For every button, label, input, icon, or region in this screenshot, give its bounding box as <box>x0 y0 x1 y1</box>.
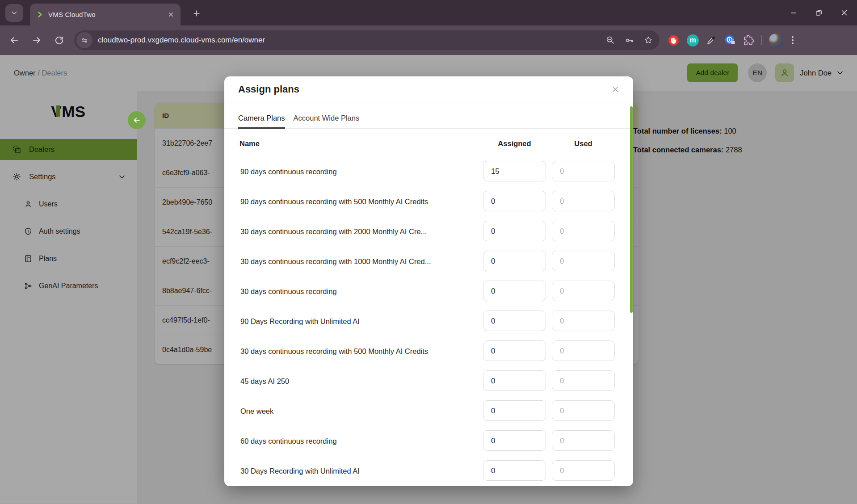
tab-camera-plans[interactable]: Camera Plans <box>238 114 285 128</box>
url-actions <box>605 35 653 46</box>
password-manager-icon[interactable] <box>724 34 736 46</box>
used-input <box>552 281 615 301</box>
close-window-button[interactable] <box>832 0 857 25</box>
browser-tabstrip: VMS CloudTwo <box>0 0 857 25</box>
used-input <box>552 221 615 241</box>
assigned-input[interactable] <box>483 460 546 481</box>
modal-scrollbar[interactable] <box>630 106 633 313</box>
plan-row: 30 days continuous recording with 1000 M… <box>224 246 633 276</box>
tab-title: VMS CloudTwo <box>48 11 167 18</box>
tab-close-button[interactable] <box>167 10 175 19</box>
site-favicon-icon <box>36 11 44 18</box>
browser-tab[interactable]: VMS CloudTwo <box>30 4 181 25</box>
plan-row: One week <box>224 396 633 426</box>
plan-name: 30 Days Recording with Unlimited AI <box>240 466 360 475</box>
plan-row: 30 days continuous recording with 500 Mo… <box>224 336 633 366</box>
tab-account-wide-plans[interactable]: Account Wide Plans <box>294 114 360 128</box>
used-input <box>552 340 615 361</box>
used-input <box>552 460 615 481</box>
extension-m-icon[interactable]: m <box>687 34 699 46</box>
adblock-hand-icon[interactable] <box>668 34 680 46</box>
plan-row: 90 Days Recording with Unlimited AI <box>224 306 633 336</box>
plan-row: 30 days continuous recording <box>224 276 633 306</box>
plan-name: 45 days AI 250 <box>240 377 289 385</box>
restore-button[interactable] <box>806 0 832 25</box>
plan-name: 90 days continuous recording with 500 Mo… <box>240 197 428 206</box>
arrow-left-icon <box>132 116 141 125</box>
zoom-out-icon[interactable] <box>605 35 615 45</box>
used-input <box>552 191 615 211</box>
browser-toolbar: cloudtwo-prod.vxgdemo.cloud-vms.com/en/o… <box>0 25 857 55</box>
used-input <box>552 400 615 421</box>
assigned-input[interactable] <box>483 251 546 271</box>
plan-name: 30 days continuous recording with 500 Mo… <box>240 347 428 355</box>
plan-row: 30 Days Recording with Unlimited AI <box>224 456 633 486</box>
assigned-input[interactable] <box>483 430 546 451</box>
minimize-button[interactable] <box>781 0 806 25</box>
extensions-puzzle-icon[interactable] <box>744 35 754 46</box>
assigned-input[interactable] <box>483 221 546 241</box>
column-assigned: Assigned <box>483 139 546 148</box>
assigned-input[interactable] <box>483 191 546 211</box>
plan-row: 60 days continuous recording <box>224 426 633 456</box>
column-used: Used <box>552 139 615 148</box>
url-bar[interactable]: cloudtwo-prod.vxgdemo.cloud-vms.com/en/o… <box>74 30 660 50</box>
modal-tabs: Camera Plans Account Wide Plans <box>224 114 633 129</box>
assigned-input[interactable] <box>483 281 546 301</box>
bookmark-star-icon[interactable] <box>643 35 653 45</box>
plan-name: 90 Days Recording with Unlimited AI <box>240 317 360 325</box>
back-button[interactable] <box>4 30 24 50</box>
password-key-icon[interactable] <box>624 35 634 46</box>
plan-row: 90 days continuous recording <box>224 156 633 186</box>
sidebar-collapse-button[interactable] <box>128 111 146 129</box>
reload-button[interactable] <box>49 30 69 50</box>
window-controls <box>781 0 857 25</box>
used-input <box>552 311 615 331</box>
used-input <box>552 161 615 181</box>
plan-row: 90 days continuous recording with 500 Mo… <box>224 186 633 216</box>
assign-plans-modal: Assign plans Camera Plans Account Wide P… <box>224 76 633 486</box>
plan-name: One week <box>240 407 273 415</box>
extensions-area: m <box>668 34 802 47</box>
chevron-down-icon <box>10 9 18 17</box>
browser-window: VMS CloudTwo cloudtwo-prod.vxgdemo.cloud… <box>0 0 857 504</box>
site-settings-icon[interactable] <box>76 32 92 48</box>
assigned-input[interactable] <box>483 161 546 181</box>
plan-name: 30 days continuous recording with 1000 M… <box>240 257 431 265</box>
plan-name: 30 days continuous recording <box>240 287 337 295</box>
assigned-input[interactable] <box>483 340 546 361</box>
new-tab-button[interactable] <box>189 5 205 21</box>
eyedropper-icon[interactable] <box>706 35 717 46</box>
tab-search-button[interactable] <box>5 4 23 22</box>
column-name: Name <box>239 139 260 148</box>
assigned-input[interactable] <box>483 311 546 331</box>
browser-menu-icon[interactable] <box>790 34 795 46</box>
toolbar-divider <box>761 35 762 45</box>
url-text[interactable]: cloudtwo-prod.vxgdemo.cloud-vms.com/en/o… <box>98 36 605 45</box>
assigned-input[interactable] <box>483 400 546 421</box>
plan-name: 60 days continuous recording <box>240 437 337 445</box>
profile-avatar[interactable] <box>769 34 783 47</box>
modal-header: Assign plans <box>224 76 633 102</box>
plans-list: 90 days continuous recording 90 days con… <box>224 156 633 486</box>
forward-button[interactable] <box>27 30 46 50</box>
plan-name: 30 days continuous recording with 2000 M… <box>240 227 427 235</box>
used-input <box>552 251 615 271</box>
plan-row: 30 days continuous recording with 2000 M… <box>224 216 633 246</box>
assigned-input[interactable] <box>483 370 546 391</box>
used-input <box>552 430 615 451</box>
used-input <box>552 370 615 391</box>
plan-row: 45 days AI 250 <box>224 366 633 396</box>
plans-column-headers: Name Assigned Used <box>224 139 633 150</box>
plan-name: 90 days continuous recording <box>240 167 337 176</box>
modal-title: Assign plans <box>238 84 299 95</box>
close-icon[interactable] <box>609 83 622 96</box>
